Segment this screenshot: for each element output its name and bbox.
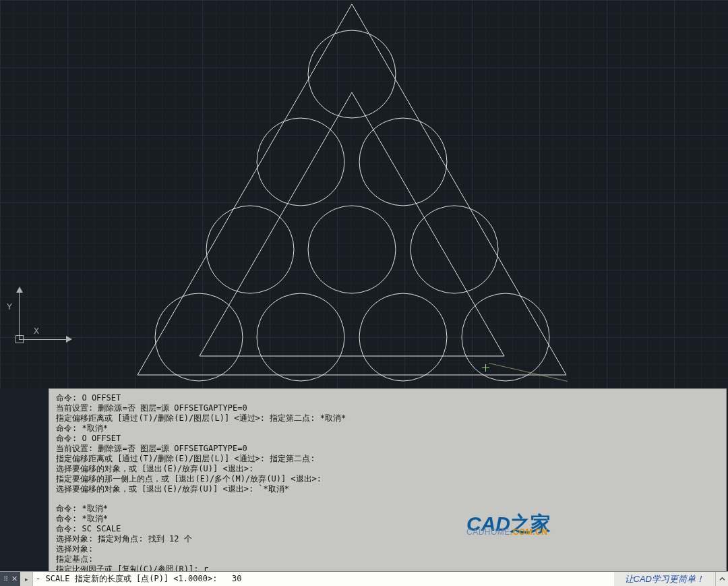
history-gutter — [0, 388, 49, 572]
command-bar: ⠿ ✕ ▸ 让CAD学习更简单！ — [0, 571, 728, 586]
command-tagline: 让CAD学习更简单！ — [614, 573, 715, 585]
svg-point-3 — [257, 118, 344, 206]
ucs-x-label: X — [34, 326, 39, 336]
history-line: 指定基点: — [56, 554, 719, 564]
history-line: 选择要偏移的对象，或 [退出(E)/放弃(U)] <退出>: `*取消* — [56, 484, 719, 494]
history-line: 指定偏移距离或 [通过(T)/删除(E)/图层(L)] <通过>: 指定第二点: — [56, 454, 719, 464]
commandbar-grip[interactable]: ⠿ ✕ — [0, 572, 20, 586]
svg-point-9 — [257, 293, 344, 381]
history-line: 指定偏移距离或 [通过(T)/删除(E)/图层(L)] <通过>: 指定第二点:… — [56, 413, 719, 423]
history-line: 命令: *取消* — [56, 504, 719, 514]
history-line: 当前设置: 删除源=否 图层=源 OFFSETGAPTYPE=0 — [56, 403, 719, 413]
svg-point-10 — [359, 293, 447, 381]
history-expand-button[interactable] — [715, 572, 728, 586]
history-line: 指定要偏移的那一侧上的点，或 [退出(E)/多个(M)/放弃(U)] <退出>: — [56, 474, 719, 484]
cad-drawing — [0, 0, 728, 388]
svg-point-6 — [308, 206, 396, 293]
svg-point-2 — [308, 30, 396, 118]
history-line: 当前设置: 删除源=否 图层=源 OFFSETGAPTYPE=0 — [56, 444, 719, 454]
grip-dots-icon: ⠿ — [3, 575, 7, 583]
history-line: 选择对象: 指定对角点: 找到 12 个 — [56, 534, 719, 544]
command-input[interactable] — [33, 572, 614, 586]
drawing-canvas[interactable]: X Y — [0, 0, 728, 388]
svg-point-7 — [411, 206, 498, 293]
history-line: 命令: *取消* — [56, 514, 719, 524]
svg-point-4 — [359, 118, 447, 206]
command-menu-button[interactable]: ▸ — [20, 572, 33, 586]
svg-point-8 — [155, 293, 243, 381]
chevron-right-icon: ▸ — [25, 576, 28, 583]
history-line — [56, 494, 719, 504]
history-line: 命令: *取消* — [56, 423, 719, 434]
chevron-up-icon — [719, 576, 725, 582]
history-line: 命令: SC SCALE — [56, 524, 719, 534]
history-line: 命令: O OFFSET — [56, 434, 719, 444]
history-line: 命令: O OFFSET — [56, 393, 719, 403]
svg-marker-1 — [200, 92, 504, 356]
history-line: 选择对象: — [56, 544, 719, 554]
svg-marker-0 — [138, 4, 566, 375]
svg-point-5 — [206, 206, 294, 293]
svg-point-11 — [462, 293, 549, 381]
history-line: 选择要偏移的对象，或 [退出(E)/放弃(U)] <退出>: — [56, 464, 719, 474]
close-icon[interactable]: ✕ — [11, 575, 18, 583]
command-history[interactable]: 命令: O OFFSET当前设置: 删除源=否 图层=源 OFFSETGAPTY… — [49, 388, 727, 572]
ucs-y-label: Y — [7, 302, 12, 312]
